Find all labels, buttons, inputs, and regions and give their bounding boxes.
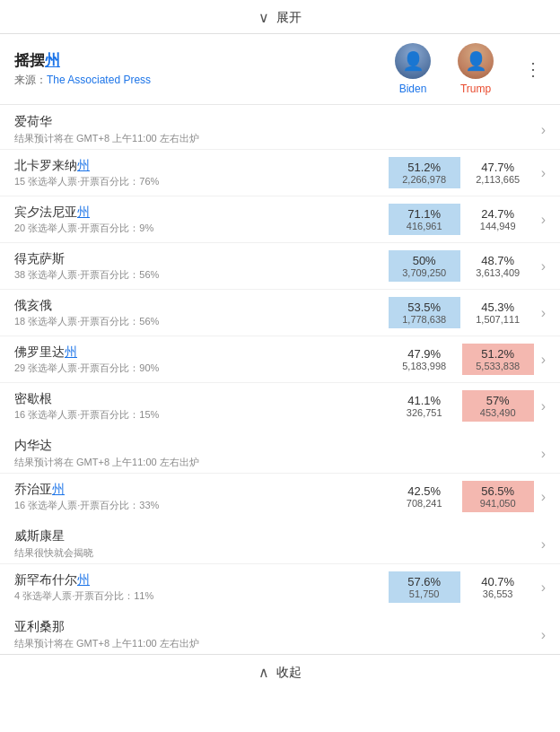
state-group-sub: 结果预计将在 GMT+8 上午11:00 左右出炉 (14, 132, 541, 145)
biden-pct: 47.9% (394, 347, 455, 361)
more-options-button[interactable]: ⋮ (521, 55, 546, 83)
row-chevron-icon: › (541, 258, 546, 274)
biden-vote-cell: 47.9%5,183,998 (389, 344, 460, 375)
state-group-header[interactable]: 内华达结果预计将在 GMT+8 上午11:00 左右出炉› (0, 429, 560, 473)
row-chevron-icon: › (541, 212, 546, 228)
state-group-name: 爱荷华 (14, 114, 541, 130)
state-row[interactable]: 宾夕法尼亚州20 张选举人票·开票百分比：9%71.1%416,96124.7%… (0, 196, 560, 242)
source-link[interactable]: The Associated Press (47, 74, 151, 86)
trump-count: 36,553 (468, 588, 529, 599)
row-chevron-icon: › (541, 489, 546, 505)
trump-pct: 48.7% (468, 254, 529, 267)
collapse-bar[interactable]: ∧ 收起 (0, 654, 560, 688)
row-chevron-icon: › (541, 398, 546, 414)
biden-count: 1,778,638 (394, 314, 455, 325)
state-row[interactable]: 北卡罗来纳州15 张选举人票·开票百分比：76%51.2%2,266,97847… (0, 149, 560, 196)
state-info: 得克萨斯38 张选举人票·开票百分比：56% (14, 251, 389, 282)
state-info: 北卡罗来纳州15 张选举人票·开票百分比：76% (14, 158, 389, 188)
expand-label: 展开 (276, 10, 302, 26)
biden-vote-cell: 50%3,709,250 (389, 250, 460, 282)
collapse-arrow-icon: ∧ (258, 664, 269, 681)
chevron-right-icon: › (541, 627, 546, 643)
biden-pct: 51.2% (394, 161, 455, 174)
state-name: 得克萨斯 (14, 251, 389, 267)
trump-name: Trump (460, 83, 491, 95)
row-chevron-icon: › (541, 580, 546, 596)
trump-pct: 56.5% (468, 484, 529, 498)
vote-cells: 71.1%416,96124.7%144,949 (389, 204, 534, 235)
state-group-header[interactable]: 威斯康星结果很快就会揭晓› (0, 519, 560, 563)
trump-count: 5,533,838 (468, 361, 529, 371)
state-row[interactable]: 俄亥俄18 张选举人票·开票百分比：56%53.5%1,778,63845.3%… (0, 289, 560, 336)
biden-pct: 57.6% (394, 575, 455, 588)
candidate-biden: 👤 Biden (395, 43, 431, 95)
trump-vote-cell: 40.7%36,553 (462, 571, 534, 603)
state-info: 乔治亚州16 张选举人票·开票百分比：33% (14, 482, 389, 512)
trump-count: 2,113,665 (468, 174, 529, 185)
state-name: 俄亥俄 (14, 298, 389, 314)
state-group-header[interactable]: 爱荷华结果预计将在 GMT+8 上午11:00 左右出炉› (0, 105, 560, 149)
state-info: 俄亥俄18 张选举人票·开票百分比：56% (14, 298, 389, 328)
biden-name: Biden (399, 83, 427, 95)
trump-count: 453,490 (468, 407, 529, 418)
state-group-name: 亚利桑那 (14, 619, 541, 635)
biden-face-icon: 👤 (395, 43, 431, 79)
trump-pct: 40.7% (468, 575, 529, 588)
trump-vote-cell: 45.3%1,507,111 (462, 297, 534, 328)
state-group-title: 内华达结果预计将在 GMT+8 上午11:00 左右出炉 (14, 438, 541, 469)
chevron-right-icon: › (541, 122, 546, 138)
state-detail: 18 张选举人票·开票百分比：56% (14, 315, 389, 328)
state-detail: 16 张选举人票·开票百分比：33% (14, 499, 389, 512)
row-chevron-icon: › (541, 165, 546, 181)
trump-pct: 51.2% (468, 347, 529, 361)
vote-cells: 51.2%2,266,97847.7%2,113,665 (389, 157, 534, 188)
state-detail: 29 张选举人票·开票百分比：90% (14, 362, 389, 375)
biden-pct: 71.1% (394, 207, 455, 221)
state-info: 宾夕法尼亚州20 张选举人票·开票百分比：9% (14, 205, 389, 235)
state-detail: 15 张选举人票·开票百分比：76% (14, 175, 389, 188)
biden-vote-cell: 42.5%708,241 (389, 481, 460, 512)
state-group-sub: 结果预计将在 GMT+8 上午11:00 左右出炉 (14, 456, 541, 469)
state-detail: 4 张选举人票·开票百分比：11% (14, 589, 389, 603)
state-row[interactable]: 得克萨斯38 张选举人票·开票百分比：56%50%3,709,25048.7%3… (0, 242, 560, 289)
trump-count: 941,050 (468, 498, 529, 509)
trump-vote-cell: 57%453,490 (462, 390, 534, 422)
state-row[interactable]: 密歇根16 张选举人票·开票百分比：15%41.1%326,75157%453,… (0, 382, 560, 429)
state-group-title: 亚利桑那结果预计将在 GMT+8 上午11:00 左右出炉 (14, 619, 541, 650)
state-row[interactable]: 乔治亚州16 张选举人票·开票百分比：33%42.5%708,24156.5%9… (0, 473, 560, 519)
expand-arrow-icon: ∨ (258, 9, 269, 26)
trump-vote-cell: 47.7%2,113,665 (462, 157, 534, 188)
trump-pct: 57% (468, 394, 529, 407)
state-name: 佛罗里达州 (14, 344, 389, 361)
avatar-trump: 👤 (458, 43, 494, 79)
trump-vote-cell: 56.5%941,050 (462, 481, 534, 512)
biden-count: 3,709,250 (394, 267, 455, 278)
title-underline: 州 (45, 52, 60, 69)
expand-bar[interactable]: ∨ 展开 (0, 0, 560, 34)
state-name: 宾夕法尼亚州 (14, 205, 389, 221)
state-group-name: 威斯康星 (14, 528, 541, 545)
section-header: 摇摆州 来源：The Associated Press 👤 Biden 👤 Tr… (0, 34, 560, 105)
vote-cells: 57.6%51,75040.7%36,553 (389, 571, 534, 603)
trump-pct: 45.3% (468, 301, 529, 314)
collapse-label: 收起 (276, 665, 302, 681)
avatar-biden: 👤 (395, 43, 431, 79)
candidate-trump: 👤 Trump (458, 43, 494, 95)
header-title-area: 摇摆州 来源：The Associated Press (14, 50, 395, 88)
source-label: 来源： (14, 74, 47, 86)
vote-cells: 47.9%5,183,99851.2%5,533,838 (389, 344, 534, 375)
biden-vote-cell: 71.1%416,961 (389, 204, 460, 235)
trump-vote-cell: 24.7%144,949 (462, 204, 534, 235)
biden-count: 51,750 (394, 588, 455, 599)
trump-vote-cell: 48.7%3,613,409 (462, 250, 534, 282)
state-row[interactable]: 新罕布什尔州4 张选举人票·开票百分比：11%57.6%51,75040.7%3… (0, 563, 560, 610)
state-detail: 16 张选举人票·开票百分比：15% (14, 408, 389, 422)
state-row[interactable]: 佛罗里达州29 张选举人票·开票百分比：90%47.9%5,183,99851.… (0, 336, 560, 382)
vote-cells: 41.1%326,75157%453,490 (389, 390, 534, 422)
trump-vote-cell: 51.2%5,533,838 (462, 344, 534, 375)
chevron-right-icon: › (541, 446, 546, 462)
biden-count: 2,266,978 (394, 174, 455, 185)
state-group-header[interactable]: 亚利桑那结果预计将在 GMT+8 上午11:00 左右出炉› (0, 610, 560, 654)
biden-pct: 53.5% (394, 301, 455, 314)
row-chevron-icon: › (541, 305, 546, 321)
